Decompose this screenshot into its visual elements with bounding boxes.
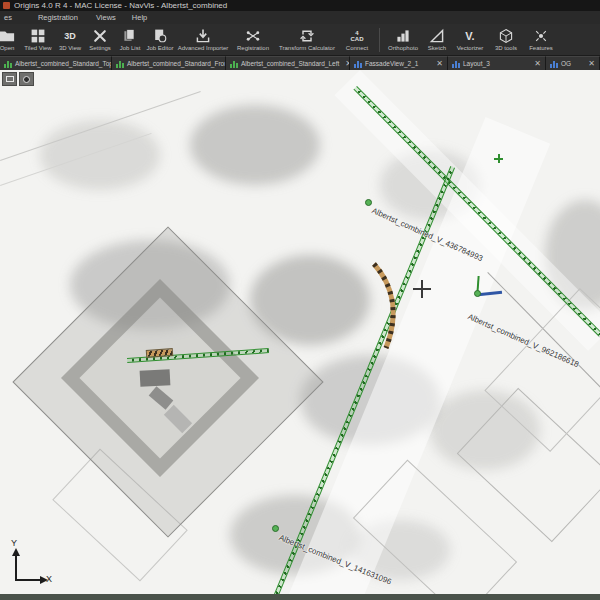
window-bottom-strip [0,594,600,600]
job-editor-icon [152,28,168,44]
trajectory-endpoint-icon [498,154,500,163]
cad-connect-icon: 4CAD [351,28,364,44]
orthophoto-icon [395,28,411,44]
y-axis-line [15,555,17,581]
menu-item-registration[interactable]: Registration [36,13,80,22]
close-icon[interactable]: ✕ [342,59,350,68]
registration-nodes-icon [245,28,261,44]
cube-icon [498,28,514,44]
layout-view-icon [354,60,362,68]
tab-standard-front[interactable]: Albertst_combined_Standard_Front ✕ [112,56,226,70]
settings-button[interactable]: Settings [85,24,115,55]
toolbar-separator [379,28,380,52]
x-axis-line [15,579,41,581]
layout-view-icon [550,60,558,68]
standard-view-icon [230,60,238,68]
3d-view-icon: 3D [64,28,76,44]
registration-button[interactable]: Registration [231,24,275,55]
crosshair-cursor [421,280,423,298]
3d-view-button[interactable]: 3D 3D View [55,24,85,55]
close-icon[interactable]: ✕ [531,59,541,68]
axis-indicator: Y X [8,546,52,590]
transform-loop-icon [299,28,315,44]
tab-fassadeview[interactable]: FassadeView_2_1 ✕ [350,56,448,70]
tab-standard-top[interactable]: Albertst_combined_Standard_Top ✕ [0,56,112,70]
pointcloud-viewport[interactable]: Albertst_combined_V_436784993 Albertst_c… [0,70,600,594]
transform-calculator-button[interactable]: Transform Calculator [275,24,339,55]
orthophoto-button[interactable]: Orthophoto [384,24,422,55]
window-titlebar: Origins 4.0 R 4 - MAC License - NavVis -… [0,0,600,11]
pointcloud-blob [190,105,320,185]
canvas-view-button-2[interactable] [19,72,34,86]
view-tabbar: Albertst_combined_Standard_Top ✕ Alberts… [0,56,600,70]
tab-og[interactable]: OG ✕ [546,56,600,70]
menu-item-views[interactable]: Views [94,13,118,22]
tab-standard-left[interactable]: Albertst_combined_Standard_Left ✕ [226,56,350,70]
sphere-icon [23,76,30,83]
monitor-icon [6,76,14,82]
y-axis-label: Y [11,538,17,548]
features-icon [533,28,549,44]
folder-open-icon [0,28,16,44]
tab-layout-3[interactable]: Layout_3 ✕ [448,56,546,70]
job-list-icon [122,28,138,44]
open-button[interactable]: Open [0,24,21,55]
close-icon[interactable]: ✕ [433,59,443,68]
menu-bar: es Registration Views Help [0,11,600,24]
features-button[interactable]: Features [524,24,558,55]
scanpoint[interactable] [474,290,481,297]
vectorizer-button[interactable]: V. Vectorizer [452,24,488,55]
y-axis-arrow-icon [12,548,20,556]
building-structure [140,369,171,387]
tiled-view-button[interactable]: Tiled View [21,24,55,55]
job-list-button[interactable]: Job List [115,24,145,55]
scanpoint[interactable] [272,525,279,532]
advanced-importer-button[interactable]: Advanced Importer [175,24,231,55]
close-icon[interactable]: ✕ [585,59,595,68]
standard-view-icon [4,60,12,68]
x-axis-label: X [46,574,52,584]
connect-button[interactable]: 4CAD Connect [339,24,375,55]
import-arrow-icon [195,28,211,44]
main-toolbar: Open Tiled View 3D 3D View Settings Job … [0,24,600,56]
standard-view-icon [116,60,124,68]
job-editor-button[interactable]: Job Editor [145,24,175,55]
app-icon [3,2,10,9]
menu-item-help[interactable]: Help [130,13,149,22]
sketch-button[interactable]: Sketch [422,24,452,55]
tiled-view-icon [30,28,46,44]
layout-view-icon [452,60,460,68]
canvas-view-button-1[interactable] [2,72,17,86]
window-title: Origins 4.0 R 4 - MAC License - NavVis -… [14,1,227,10]
sketch-triangle-icon [429,28,445,44]
pointcloud-blob [40,120,160,190]
settings-icon [92,28,108,44]
scanpoint[interactable] [365,199,372,206]
vectorizer-icon: V. [465,28,474,44]
menu-item-es[interactable]: es [2,13,14,22]
3d-tools-button[interactable]: 3D tools [488,24,524,55]
